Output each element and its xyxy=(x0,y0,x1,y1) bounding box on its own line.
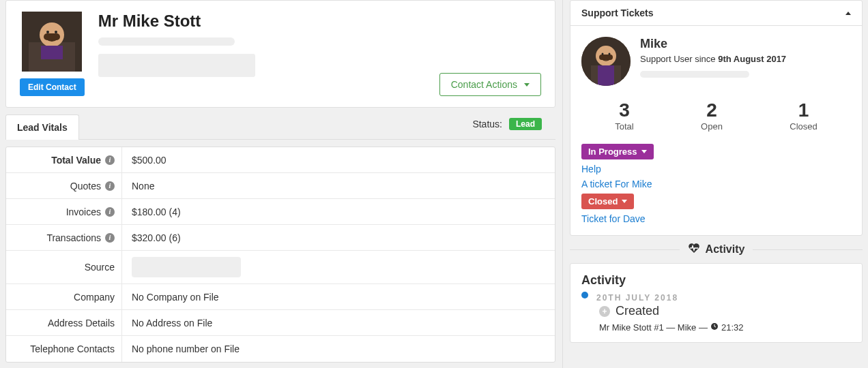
vitals-label: Total Valuei xyxy=(6,147,122,172)
svg-rect-3 xyxy=(44,33,60,40)
support-stat: 3Total xyxy=(615,99,633,132)
support-tickets-panel: Support Tickets Mike Support User since … xyxy=(570,0,863,236)
ticket-link[interactable]: Help xyxy=(581,164,851,174)
activity-section-label: Activity xyxy=(706,243,745,256)
vitals-label: Invoicesi xyxy=(6,199,122,224)
contact-avatar xyxy=(22,12,82,72)
contact-actions-label: Contact Actions xyxy=(451,79,517,90)
svg-point-4 xyxy=(46,31,49,33)
activity-panel: Activity 20TH JULY 2018 + Created Mr Mik… xyxy=(570,263,863,343)
panel-title: Support Tickets xyxy=(581,7,654,18)
support-avatar xyxy=(581,37,631,86)
timeline-description: Mr Mike Stott #1 — Mike — 21:32 xyxy=(599,322,851,333)
vitals-value: No Address on File xyxy=(122,310,555,335)
info-icon[interactable]: i xyxy=(105,155,115,165)
vitals-row: Source xyxy=(6,251,555,284)
timeline-event: + Created xyxy=(599,304,851,318)
timeline-date: 20TH JULY 2018 xyxy=(596,293,678,303)
svg-point-10 xyxy=(602,53,604,55)
stat-label: Closed xyxy=(790,121,817,132)
vitals-row: Transactionsi$320.00 (6) xyxy=(6,225,555,251)
chevron-down-icon xyxy=(641,150,647,153)
svg-point-11 xyxy=(609,53,611,55)
stat-number: 2 xyxy=(701,99,723,121)
contact-name: Mr Mike Stott xyxy=(98,12,426,31)
vitals-value: No phone number on File xyxy=(122,336,555,362)
activity-divider: Activity xyxy=(570,243,863,256)
vitals-value: $500.00 xyxy=(122,147,555,172)
stat-label: Total xyxy=(615,121,633,132)
svg-rect-14 xyxy=(614,65,621,86)
plus-circle-icon: + xyxy=(599,306,610,317)
source-placeholder[interactable] xyxy=(132,257,241,277)
info-icon[interactable]: i xyxy=(105,207,115,217)
svg-rect-13 xyxy=(591,65,598,86)
stat-number: 3 xyxy=(615,99,633,121)
stat-label: Open xyxy=(701,121,723,132)
ticket-groups: In ProgressHelpA ticket For MikeClosedTi… xyxy=(581,144,851,224)
vitals-value: No Company on File xyxy=(122,284,555,309)
contact-actions-button[interactable]: Contact Actions xyxy=(439,73,541,96)
support-stat: 2Open xyxy=(701,99,723,132)
vitals-row: Invoicesi$180.00 (4) xyxy=(6,199,555,225)
vitals-value: $320.00 (6) xyxy=(122,225,555,250)
ticket-status-badge[interactable]: Closed xyxy=(581,194,634,209)
vitals-label: Source xyxy=(6,251,122,283)
svg-rect-12 xyxy=(595,65,617,86)
tab-lead-vitals[interactable]: Lead Vitals xyxy=(5,114,79,140)
clock-icon xyxy=(710,322,719,333)
ticket-status-badge[interactable]: In Progress xyxy=(581,144,654,159)
lead-vitals-table: Total Valuei$500.00QuotesiNoneInvoicesi$… xyxy=(5,147,555,363)
vitals-label: Company xyxy=(6,284,122,309)
timeline-dot xyxy=(581,292,588,298)
placeholder-small xyxy=(640,71,749,78)
stat-number: 1 xyxy=(790,99,817,121)
placeholder-block xyxy=(98,54,255,77)
svg-point-5 xyxy=(55,31,57,33)
support-stat: 1Closed xyxy=(790,99,817,132)
support-user-since: Support User since 9th August 2017 xyxy=(640,54,786,64)
edit-contact-button[interactable]: Edit Contact xyxy=(20,78,85,96)
vitals-row: CompanyNo Company on File xyxy=(6,284,555,310)
chevron-down-icon xyxy=(524,83,530,87)
vitals-row: Address DetailsNo Address on File xyxy=(6,310,555,336)
ticket-link[interactable]: A ticket For Mike xyxy=(581,179,851,189)
support-tickets-header[interactable]: Support Tickets xyxy=(570,1,862,26)
ticket-link[interactable]: Ticket for Dave xyxy=(581,213,851,224)
vitals-value: $180.00 (4) xyxy=(122,199,555,224)
svg-rect-6 xyxy=(41,46,63,59)
info-icon[interactable]: i xyxy=(105,233,115,243)
status-label: Status: xyxy=(472,119,502,129)
chevron-up-icon xyxy=(845,12,851,15)
vitals-row: QuotesiNone xyxy=(6,173,555,199)
placeholder-line xyxy=(98,37,235,46)
status-badge: Lead xyxy=(509,118,542,130)
vitals-row: Total Valuei$500.00 xyxy=(6,147,555,173)
activity-title: Activity xyxy=(581,273,851,288)
vitals-value xyxy=(122,251,555,283)
vitals-label: Transactionsi xyxy=(6,225,122,250)
vitals-label: Telephone Contacts xyxy=(6,336,122,362)
info-icon[interactable]: i xyxy=(105,181,115,191)
heartbeat-icon xyxy=(688,243,700,256)
vitals-label: Quotesi xyxy=(6,173,122,198)
vitals-value: None xyxy=(122,173,555,198)
support-user-name: Mike xyxy=(640,37,786,51)
chevron-down-icon xyxy=(622,200,627,203)
support-stats: 3Total2Open1Closed xyxy=(581,99,851,132)
vitals-label: Address Details xyxy=(6,310,122,335)
vitals-row: Telephone ContactsNo phone number on Fil… xyxy=(6,336,555,362)
svg-rect-9 xyxy=(599,55,613,60)
